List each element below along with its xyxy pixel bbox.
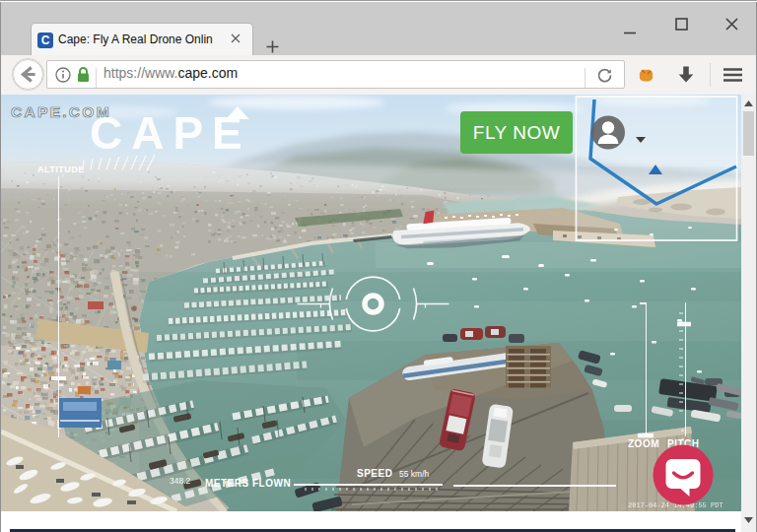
svg-text:METERS FLOWN: METERS FLOWN <box>205 478 291 489</box>
svg-text:55 km/h: 55 km/h <box>399 469 430 479</box>
svg-text:SPEED: SPEED <box>357 468 392 479</box>
svg-text:ZOOM: ZOOM <box>628 438 659 449</box>
svg-text:FLY NOW: FLY NOW <box>473 122 560 143</box>
svg-text:348.2: 348.2 <box>170 476 191 486</box>
svg-text:CAPE: CAPE <box>90 107 251 159</box>
svg-text:ALTITUDE: ALTITUDE <box>37 165 85 174</box>
